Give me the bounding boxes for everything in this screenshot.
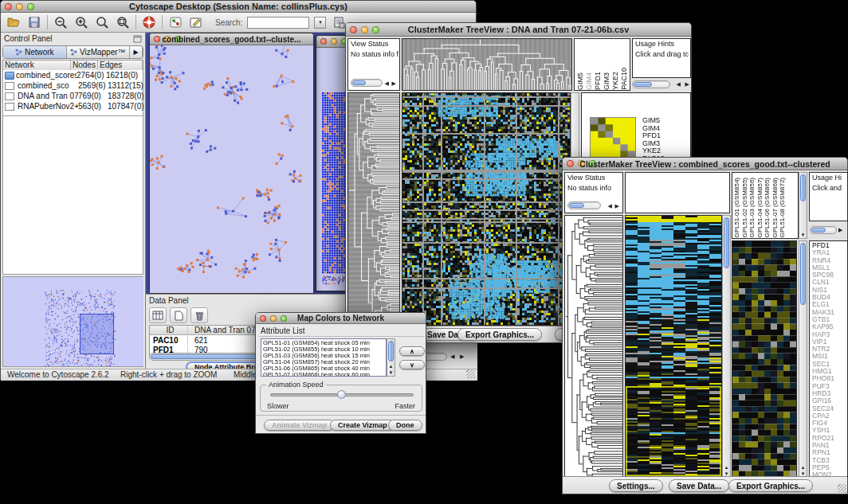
- scrollbar-thumb[interactable]: [352, 80, 366, 85]
- network-tree-row[interactable]: combined_scores_ 2764(0) 16218(0): [3, 70, 143, 80]
- row-dendrogram-panel[interactable]: [347, 92, 400, 326]
- scroll-right-icon[interactable]: ▶: [392, 80, 397, 88]
- new-attribute-icon[interactable]: [170, 307, 187, 323]
- network-tree-row[interactable]: RNAPuberNov2+| 563(0) 107847(0): [3, 101, 143, 111]
- column-label[interactable]: GIM4: [585, 72, 593, 90]
- move-down-button[interactable]: ∨: [399, 360, 425, 369]
- scroll-left-icon[interactable]: ◀: [677, 80, 681, 88]
- scroll-right-icon[interactable]: ▶: [615, 202, 620, 210]
- network-view[interactable]: [150, 45, 313, 293]
- usage-hints-hscrollbar[interactable]: [632, 80, 670, 88]
- scrollbar-thumb[interactable]: [634, 82, 652, 87]
- main-titlebar[interactable]: Cytoscape Desktop (Session Name: collins…: [1, 1, 476, 13]
- column-label[interactable]: YKE2: [611, 72, 619, 90]
- settings-button[interactable]: Settings...: [609, 479, 663, 492]
- treeview2-titlebar[interactable]: ClusterMaker TreeView : combined_scores_…: [563, 158, 847, 170]
- scroll-arrows[interactable]: ▼: [799, 232, 807, 238]
- column-label[interactable]: GPL51-02 (GSM855): [741, 178, 749, 238]
- column-label[interactable]: GPL51-06 (GSM865): [764, 178, 771, 238]
- column-label[interactable]: GIM3: [603, 72, 610, 90]
- scroll-right-icon[interactable]: ▶: [838, 226, 843, 234]
- animate-vizmap-button[interactable]: Animate Vizmap: [264, 420, 335, 431]
- zoom-heatmap-thumbnail[interactable]: [590, 117, 636, 158]
- zoom-out-icon[interactable]: [53, 15, 69, 29]
- column-label[interactable]: GIM5: [576, 72, 584, 90]
- view-status-hscrollbar[interactable]: [351, 79, 383, 87]
- attribute-list-vscrollbar[interactable]: ▲ ▼: [387, 338, 395, 377]
- open-folder-icon[interactable]: [6, 15, 22, 29]
- column-label[interactable]: GPL51-03 (GSM856): [748, 178, 756, 238]
- zoom-vscrollbar[interactable]: ▲ ▼: [799, 240, 807, 478]
- heatmap-vscrollbar[interactable]: ▲ ▼: [722, 215, 731, 478]
- scrollbar-thumb[interactable]: [569, 203, 584, 208]
- export-graphics-button[interactable]: Export Graphics...: [457, 328, 542, 341]
- search-dropdown-button[interactable]: ▼: [314, 17, 326, 29]
- scrollbar-thumb[interactable]: [800, 243, 806, 305]
- tab[interactable]: Network: [3, 46, 67, 58]
- scrollbar-thumb[interactable]: [800, 174, 806, 201]
- zoom-fit-icon[interactable]: [94, 15, 110, 29]
- help-lifesaver-icon[interactable]: [141, 15, 157, 29]
- annotation-icon[interactable]: [188, 15, 204, 29]
- column-label[interactable]: GPL51-07 (GSM868): [771, 178, 779, 238]
- network-view-window: combined_scores_good.txt--cluste...: [149, 33, 314, 294]
- scroll-down-icon[interactable]: ▼: [387, 370, 395, 376]
- network-window-titlebar[interactable]: combined_scores_good.txt--cluste...: [150, 33, 313, 45]
- network-tree-row[interactable]: DNA and Tran 07 769(0) 183728(0): [3, 91, 143, 101]
- heatmap-panel[interactable]: [402, 92, 571, 326]
- column-label[interactable]: GPL51-04 (GSM857): [756, 178, 764, 238]
- minimize-button[interactable]: [331, 38, 337, 45]
- scroll-up-icon[interactable]: ▲: [723, 465, 730, 471]
- scrollbar-thumb[interactable]: [388, 341, 394, 361]
- scrollbar-thumb[interactable]: [811, 228, 826, 232]
- network-tree-row[interactable]: combined_sco 2569(6) 13112(15): [3, 80, 143, 91]
- close-button[interactable]: [320, 38, 327, 45]
- column-label[interactable]: GPL51-08 (GSM872): [779, 178, 787, 238]
- float-panel-icon[interactable]: [133, 35, 142, 43]
- save-icon[interactable]: [26, 15, 42, 29]
- delete-attribute-icon[interactable]: [190, 307, 208, 323]
- done-button[interactable]: Done: [388, 420, 422, 431]
- zoom-in-icon[interactable]: [73, 15, 89, 29]
- network-tree-empty-area: [2, 116, 143, 275]
- treeview2-window: ClusterMaker TreeView : combined_scores_…: [562, 157, 848, 494]
- scroll-left-icon[interactable]: ◀: [450, 353, 455, 361]
- attribute-list-item[interactable]: GPL51-07 (GSM868) heat shock 60 min: [263, 372, 384, 377]
- create-vizmap-button[interactable]: Create Vizmap: [330, 420, 395, 431]
- tab-overflow-button[interactable]: ▶: [130, 46, 143, 58]
- scrollbar-thumb[interactable]: [724, 217, 729, 268]
- vizmapper-icon[interactable]: [167, 15, 183, 29]
- zoom-heatmap-panel[interactable]: [732, 240, 797, 478]
- treeview1-titlebar[interactable]: ClusterMaker TreeView : DNA and Tran 07-…: [346, 23, 691, 37]
- resize-grip[interactable]: [838, 484, 846, 493]
- scroll-left-icon[interactable]: ◀: [608, 202, 613, 210]
- move-up-button[interactable]: ∧: [399, 346, 425, 356]
- column-dendrogram-panel[interactable]: [402, 38, 572, 91]
- column-label[interactable]: PAC10: [620, 68, 628, 90]
- attribute-table-icon[interactable]: [149, 307, 167, 323]
- save-data-button[interactable]: Save Data...: [669, 479, 729, 492]
- slider-thumb[interactable]: [337, 390, 346, 399]
- scroll-up-icon[interactable]: ▲: [799, 465, 807, 471]
- column-label[interactable]: PFD1: [594, 72, 602, 90]
- dialog-titlebar[interactable]: Map Colors to Network: [256, 313, 426, 324]
- birdseye-view-panel[interactable]: [2, 276, 143, 367]
- scroll-left-icon[interactable]: ◀: [385, 80, 390, 88]
- column-labels-vscrollbar[interactable]: ▼: [799, 172, 807, 239]
- search-input[interactable]: [247, 17, 309, 29]
- scroll-right-icon[interactable]: ▶: [685, 80, 690, 88]
- faster-label: Faster: [395, 402, 415, 410]
- view-status-hscrollbar[interactable]: [567, 201, 601, 209]
- column-label[interactable]: GPL51-01 (GSM854): [733, 178, 741, 238]
- view-status-panel: View Status No status info f ◀ ▶: [347, 38, 400, 91]
- heatmap-panel[interactable]: [625, 215, 722, 478]
- usage-hints-hscrollbar[interactable]: [810, 226, 837, 234]
- tab[interactable]: VizMapper™: [67, 46, 131, 58]
- resize-grip[interactable]: [466, 369, 475, 378]
- export-graphics-button[interactable]: Export Graphics...: [728, 479, 813, 492]
- column-dendrogram-panel[interactable]: [625, 172, 730, 213]
- zoom-selected-icon[interactable]: [115, 15, 131, 29]
- scroll-right-icon[interactable]: ▶: [460, 353, 465, 361]
- row-dendrogram-panel[interactable]: [564, 215, 623, 478]
- scroll-up-icon[interactable]: ▲: [387, 364, 395, 369]
